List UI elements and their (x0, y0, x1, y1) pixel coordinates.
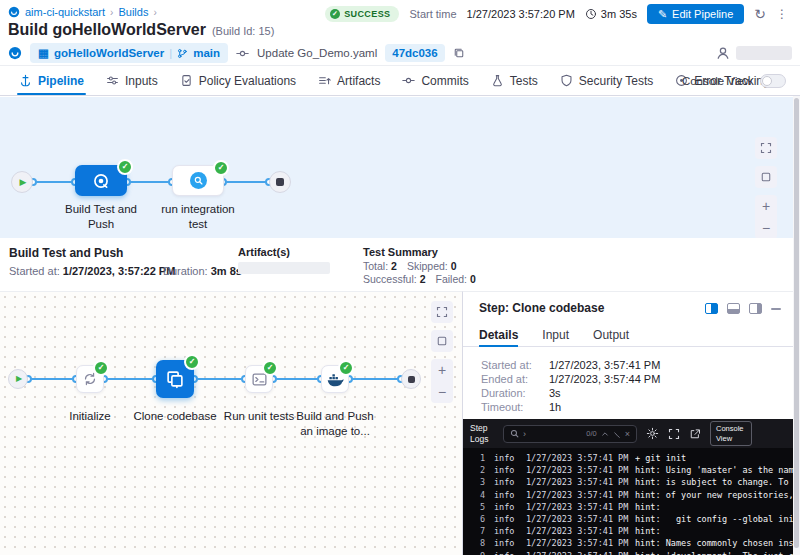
breadcrumb-separator: › (153, 7, 156, 18)
graph-edge (223, 181, 269, 183)
log-line: 9info1/27/2023 3:57:41 PMhint: 'developm… (463, 550, 793, 555)
chevron-down-icon[interactable] (613, 430, 621, 438)
detail-label: Timeout: (481, 400, 549, 414)
console-view-toggle[interactable] (760, 74, 786, 88)
inputs-icon (106, 74, 119, 87)
tab-output[interactable]: Output (593, 323, 629, 346)
play-icon: ▶ (14, 375, 22, 383)
kebab-menu-icon[interactable]: ⋮ (776, 7, 788, 21)
skipped-label: Skipped: (407, 260, 448, 272)
layout-right-panel-icon[interactable] (705, 303, 718, 314)
tab-tests[interactable]: Tests (480, 66, 549, 95)
test-summary-row: Successful: 2 Failed: 0 (363, 273, 476, 285)
zoom-in-button[interactable]: + (431, 359, 453, 381)
integration-test-icon (190, 172, 207, 189)
step-node-clone-codebase[interactable]: ✓ (156, 360, 194, 398)
scrollbar-thumb[interactable] (794, 98, 799, 548)
tab-label: Artifacts (337, 74, 380, 88)
repo-branch-pill[interactable]: ▦ goHelloWorldServer | main (30, 43, 228, 63)
zoom-out-button[interactable]: − (755, 217, 777, 239)
fullscreen-icon[interactable] (755, 137, 777, 159)
zoom-in-button[interactable]: + (755, 195, 777, 217)
commit-sha-link[interactable]: 47dc036 (385, 44, 444, 62)
chevron-up-icon[interactable] (601, 430, 609, 438)
tab-label: Commits (421, 74, 468, 88)
log-line: 6info1/27/2023 3:57:41 PMhint: git confi… (463, 513, 793, 525)
tab-details[interactable]: Details (479, 323, 518, 346)
step-panel-title: Step: Clone codebase (479, 301, 604, 315)
log-line: 8info1/27/2023 3:57:41 PMhint: Names com… (463, 537, 793, 549)
stage-node-build-test-and-push[interactable]: ✓ (75, 165, 127, 196)
log-console-header: Step Logs › 0/0 × (463, 419, 793, 448)
console-view-control: Console View (682, 66, 786, 95)
open-external-icon[interactable] (689, 428, 701, 440)
log-search-input[interactable]: › 0/0 × (503, 425, 637, 443)
tab-inputs[interactable]: Inputs (95, 66, 169, 95)
test-summary-row: Total: 2 Skipped: 0 (363, 260, 457, 272)
graph-edge (127, 181, 172, 183)
success-check-badge: ✓ (262, 360, 278, 376)
breadcrumb-project[interactable]: aim-ci-quickstart (25, 6, 105, 18)
pipeline-start-node: ▶ (11, 171, 33, 193)
search-icon (510, 429, 519, 438)
fit-view-icon[interactable] (431, 330, 453, 352)
user-name-redacted (736, 46, 792, 60)
zoom-out-button[interactable]: − (431, 381, 453, 403)
fullscreen-icon[interactable] (431, 301, 453, 323)
minimize-panel-icon[interactable] (771, 308, 781, 310)
header-actions: ✓ SUCCESS Start time 1/27/2023 3:57:20 P… (325, 4, 788, 24)
log-line: 7info1/27/2023 3:57:41 PMhint: (463, 525, 793, 537)
step-detail-rows: Started at: 1/27/2023, 3:57:41 PM Ended … (481, 358, 783, 414)
stage-details-title: Build Test and Push (9, 246, 123, 260)
tab-artifacts[interactable]: Artifacts (307, 66, 391, 95)
stage-node-label: Build Test and Push (55, 202, 147, 232)
step-node-initialize[interactable]: ✓ (76, 365, 104, 393)
clone-codebase-icon (165, 369, 185, 389)
step-node-run-unit-tests[interactable]: ✓ (245, 365, 273, 393)
tab-label: Policy Evaluations (199, 74, 296, 88)
stage-node-run-integration-test[interactable]: ✓ (172, 165, 224, 196)
triggered-by-row (716, 46, 792, 60)
step-node-label: Build and Push an image to... (293, 409, 377, 439)
layout-bottom-panel-icon[interactable] (727, 303, 740, 314)
log-fullscreen-icon[interactable] (668, 428, 680, 440)
total-label: Total: (363, 260, 388, 272)
edit-pipeline-button[interactable]: ✎ Edit Pipeline (647, 4, 744, 24)
detail-label: Started at: (481, 358, 549, 372)
policy-icon (180, 74, 193, 87)
console-view-button[interactable]: Console View (710, 421, 752, 446)
success-check-badge: ✓ (117, 159, 133, 175)
stage-duration: Duration: 3m 8s (163, 265, 242, 277)
stage-canvas-controls: + − (755, 137, 777, 239)
log-settings-gear-icon[interactable] (646, 427, 659, 440)
step-node-build-and-push[interactable]: ✓ (321, 365, 349, 393)
stop-icon (276, 178, 284, 186)
copy-icon[interactable] (453, 47, 465, 59)
close-icon[interactable]: × (625, 429, 630, 439)
page-title: Build goHelloWorldServer (8, 21, 206, 39)
zoom-controls: + − (755, 195, 777, 239)
repo-grid-icon: ▦ (38, 46, 49, 60)
tab-input[interactable]: Input (542, 323, 569, 346)
tab-policy-evaluations[interactable]: Policy Evaluations (169, 66, 307, 95)
tab-security-tests[interactable]: Security Tests (549, 66, 664, 95)
success-check-badge: ✓ (184, 354, 200, 370)
status-badge: ✓ SUCCESS (325, 6, 399, 22)
person-icon (716, 46, 730, 60)
refresh-icon[interactable]: ↻ (754, 6, 766, 22)
detail-row: Started at: 1/27/2023, 3:57:41 PM (481, 358, 783, 372)
success-check-badge: ✓ (213, 160, 229, 176)
artifacts-icon (318, 74, 331, 87)
layout-side-panel-icon[interactable] (749, 303, 762, 314)
tab-commits[interactable]: Commits (391, 66, 479, 95)
build-details-page: aim-ci-quickstart › Builds › ✓ SUCCESS S… (0, 0, 800, 555)
tab-pipeline[interactable]: Pipeline (8, 66, 95, 95)
graph-edge (273, 378, 321, 380)
stage-graph-canvas: ▶ ✓ ✓ Build Test and Push run integratio… (0, 97, 793, 238)
elapsed-time-value: 3m 35s (601, 8, 637, 20)
fit-view-icon[interactable] (755, 166, 777, 188)
breadcrumb-builds[interactable]: Builds (118, 6, 148, 18)
commit-icon (236, 47, 249, 60)
repo-row: ▦ goHelloWorldServer | main Update Go_De… (8, 43, 465, 63)
zoom-controls: + − (431, 359, 453, 403)
